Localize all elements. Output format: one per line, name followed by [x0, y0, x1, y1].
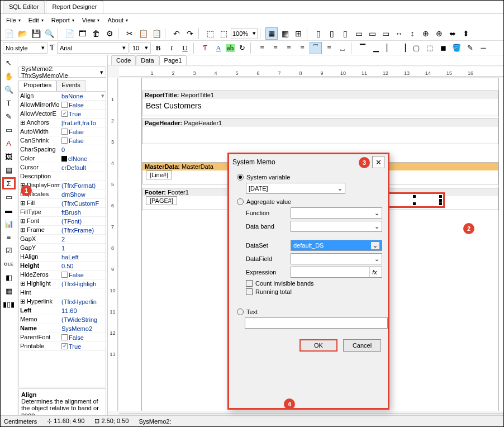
ole-tool-icon[interactable]: OLE [2, 258, 16, 270]
align-left-icon[interactable]: ▯ [312, 27, 325, 40]
tab-page1[interactable]: Page1 [159, 55, 187, 65]
property-row[interactable]: GapY1 [19, 244, 106, 253]
menu-view[interactable]: View▾ [79, 15, 103, 25]
snap-grid-icon[interactable]: ▦ [279, 27, 291, 40]
open-icon[interactable]: 📂 [16, 27, 28, 40]
crosstab-tool-icon[interactable]: ▦ [2, 284, 16, 297]
zoom-combo[interactable]: 100%▾ [231, 28, 258, 39]
valign-top-icon[interactable]: ⎴ [310, 42, 322, 54]
property-row[interactable]: AutoWidthFalse [19, 127, 106, 136]
frame-top-icon[interactable]: ▔ [356, 42, 369, 54]
copy-icon[interactable]: 📋 [137, 27, 149, 40]
group-icon[interactable]: ⬚ [204, 27, 216, 40]
picture-tool-icon[interactable]: 🖼 [2, 150, 16, 163]
center-v-icon[interactable]: ⊕ [433, 27, 445, 40]
new-dialog-icon[interactable]: 🗔 [77, 27, 89, 40]
tab-code[interactable]: Code [111, 55, 136, 65]
property-row[interactable]: HAlignhaLeft [19, 253, 106, 262]
align-right-icon[interactable]: ▯ [339, 27, 351, 40]
band-tool-icon[interactable]: ▭ [2, 124, 16, 136]
save-icon[interactable]: 💾 [30, 27, 42, 40]
chart-tool-icon[interactable]: 📊 [2, 217, 16, 230]
valign-middle-icon[interactable]: ≡ [323, 42, 335, 54]
property-row[interactable]: HideZerosFalse [19, 271, 106, 279]
space-h-icon[interactable]: ↔ [393, 27, 405, 40]
highlight-icon[interactable]: A [212, 42, 225, 54]
property-row[interactable]: FillTypeftBrush [19, 208, 106, 217]
selected-sysmemo[interactable] [383, 192, 445, 208]
property-row[interactable]: ⊞ Font(TFont) [19, 217, 106, 226]
style-combo[interactable]: No style▾ [3, 42, 47, 54]
property-row[interactable]: GapX2 [19, 235, 106, 244]
text-input[interactable] [245, 317, 388, 329]
band-report-title[interactable]: ReportTitle: ReportTitle1 Best Customers [142, 91, 498, 116]
text-align-left-icon[interactable]: ≡ [256, 42, 268, 54]
function-select[interactable]: ⌄ [291, 207, 382, 219]
rotate-icon[interactable]: ↻ [236, 42, 248, 54]
property-row[interactable]: NameSysMemo2 [19, 324, 106, 333]
align-bottom-icon[interactable]: ▭ [379, 27, 392, 40]
tab-events[interactable]: Events [56, 80, 85, 91]
page-settings-icon[interactable]: ⚙ [103, 27, 116, 40]
frame-color-icon[interactable]: ✎ [464, 42, 476, 54]
paste-icon[interactable]: 📋 [150, 27, 163, 40]
redo-icon[interactable]: ↷ [184, 27, 196, 40]
barcode-tool-icon[interactable]: ▮▯▮ [2, 298, 16, 310]
property-row[interactable]: Printable✓True [19, 342, 106, 351]
bold-icon[interactable]: B [152, 42, 164, 54]
datafield-select[interactable]: ⌄ [291, 253, 382, 264]
frame-style-icon[interactable]: ─ [477, 42, 489, 54]
fit-grid-icon[interactable]: ⊞ [292, 27, 305, 40]
font-combo[interactable]: Arial▾ [57, 42, 129, 54]
same-width-icon[interactable]: ⬌ [446, 27, 459, 40]
expression-input[interactable]: fx [291, 267, 382, 278]
underline-icon[interactable]: U [179, 42, 191, 54]
frame-right-icon[interactable]: ▕ [397, 42, 409, 54]
frame-bottom-icon[interactable]: ▁ [370, 42, 382, 54]
line-field[interactable]: [Line#] [146, 170, 172, 179]
property-row[interactable]: Memo(TWideString [19, 315, 106, 324]
grid-icon[interactable]: ▦ [265, 27, 278, 40]
checkbox-tool-icon[interactable]: ☑ [2, 244, 16, 257]
property-row[interactable]: ⊞ Fill(TfrxCustomF [19, 199, 106, 208]
frame-none-icon[interactable]: ⬚ [424, 42, 436, 54]
property-row[interactable]: ⊞ Hyperlink(TfrxHyperlin [19, 297, 106, 306]
radio-aggregate-value[interactable]: Aggregate value [237, 198, 382, 205]
font-size-combo[interactable]: 10▾ [130, 42, 151, 54]
subreport-tool-icon[interactable]: ▤ [2, 164, 16, 176]
ungroup-icon[interactable]: ⬚ [217, 27, 230, 40]
property-row[interactable]: ParentFontFalse [19, 333, 106, 342]
property-row[interactable]: ⊞ DisplayFormat(TfrxFormat) [19, 181, 106, 190]
cut-icon[interactable]: ✂ [123, 27, 136, 40]
highlight-bg-icon[interactable]: ab [226, 44, 235, 52]
property-row[interactable]: Height0.50 [19, 262, 106, 271]
system-variable-select[interactable]: [DATE]⌄ [246, 183, 345, 194]
databand-select[interactable]: ⌄ [291, 221, 382, 232]
close-icon[interactable]: ✕ [372, 156, 384, 168]
dataset-select[interactable]: default_DS⌄ [291, 240, 382, 251]
zoom-tool-icon[interactable]: 🔍 [2, 83, 16, 96]
italic-icon[interactable]: I [165, 42, 178, 54]
ok-button[interactable]: OK [299, 339, 337, 352]
format-tool-icon[interactable]: ✎ [2, 110, 16, 122]
tab-data[interactable]: Data [136, 55, 159, 65]
menu-report[interactable]: Report▾ [48, 15, 78, 25]
property-row[interactable]: ColorclNone [19, 154, 106, 163]
check-count-invisible[interactable]: Count invisible bands [246, 280, 382, 287]
valign-bottom-icon[interactable]: ⎵ [336, 42, 349, 54]
preview-icon[interactable]: 🔍 [43, 27, 55, 40]
hand-tool-icon[interactable]: ✋ [2, 70, 16, 82]
menu-about[interactable]: About▾ [104, 15, 131, 25]
line-tool-icon[interactable]: ▭ [2, 191, 16, 203]
property-row[interactable]: CursorcrDefault [19, 163, 106, 172]
select-tool-icon[interactable]: ↖ [2, 56, 16, 69]
menu-file[interactable]: File▾ [3, 15, 24, 25]
property-row[interactable]: CharSpacing0 [19, 145, 106, 154]
property-row[interactable]: DuplicatesdmShow [19, 190, 106, 199]
property-row[interactable]: Description [19, 172, 106, 181]
band-page-header[interactable]: PageHeader: PageHeader1 [142, 118, 498, 144]
property-row[interactable]: AlignbaNone▾ [19, 92, 106, 101]
new-page-icon[interactable]: 📄 [63, 27, 75, 40]
text-align-justify-icon[interactable]: ≡ [296, 42, 308, 54]
fx-icon[interactable]: fx [369, 267, 379, 277]
